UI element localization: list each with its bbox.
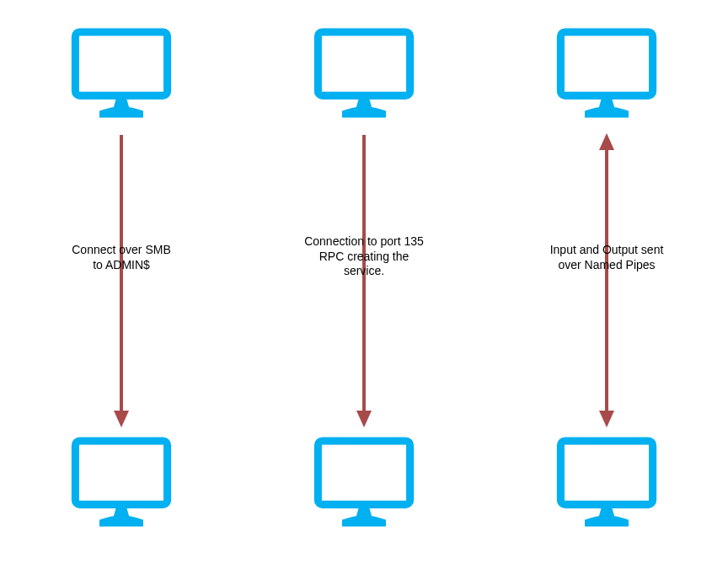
computer-icon	[67, 430, 176, 540]
diagram-column-3: Input and Output sent over Named Pipes	[485, 0, 728, 575]
connection-label: Connect over SMB to ADMIN$	[12, 243, 231, 272]
computer-icon	[309, 430, 419, 540]
svg-rect-4	[318, 32, 410, 95]
arrow-down-icon	[109, 131, 134, 430]
svg-marker-11	[599, 411, 614, 427]
svg-rect-12	[560, 441, 652, 504]
computer-icon	[552, 430, 661, 540]
svg-rect-3	[75, 441, 167, 504]
computer-icon	[552, 21, 661, 131]
svg-rect-8	[560, 32, 652, 95]
svg-rect-7	[318, 441, 410, 504]
diagram-column-1: Connect over SMB to ADMIN$	[0, 0, 243, 575]
computer-icon	[67, 21, 176, 131]
arrow-bidirectional-icon	[594, 131, 619, 430]
svg-marker-10	[599, 133, 614, 150]
connection-label: Input and Output sent over Named Pipes	[497, 243, 716, 272]
svg-marker-6	[356, 411, 372, 427]
connection-label: Connection to port 135 RPC creating the …	[254, 234, 474, 279]
svg-rect-0	[75, 32, 167, 95]
arrow-down-icon	[351, 131, 377, 430]
computer-icon	[309, 21, 419, 131]
svg-marker-2	[114, 411, 129, 427]
diagram-column-2: Connection to port 135 RPC creating the …	[243, 0, 485, 575]
